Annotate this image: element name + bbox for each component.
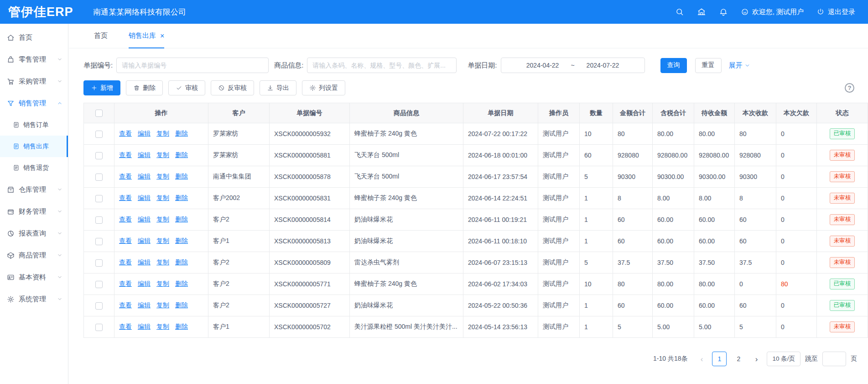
- sidebar-item-finance[interactable]: 财务管理: [0, 200, 68, 222]
- page-number-1[interactable]: 1: [712, 352, 727, 366]
- home-icon[interactable]: [697, 7, 706, 16]
- copy-link[interactable]: 复制: [156, 216, 169, 223]
- delete-link[interactable]: 删除: [175, 323, 188, 330]
- delete-link[interactable]: 删除: [175, 194, 188, 201]
- row-checkbox[interactable]: [95, 324, 103, 331]
- sidebar-item-system[interactable]: 系统管理: [0, 288, 68, 310]
- row-checkbox[interactable]: [95, 152, 103, 159]
- table-header-row: 操作 客户 单据编号 商品信息 单据日期 操作员 数量 金额合计 含税合计 待收…: [84, 103, 868, 123]
- delete-link[interactable]: 删除: [175, 258, 188, 266]
- copy-link[interactable]: 复制: [156, 130, 169, 137]
- add-button[interactable]: 新增: [83, 80, 120, 95]
- ops-cell: 查看编辑复制删除: [114, 295, 208, 316]
- sidebar-item-reports[interactable]: 报表查询: [0, 222, 68, 244]
- edit-link[interactable]: 编辑: [138, 194, 151, 201]
- view-link[interactable]: 查看: [119, 258, 132, 266]
- row-checkbox[interactable]: [95, 131, 103, 138]
- row-checkbox[interactable]: [95, 281, 103, 288]
- sidebar-item-home[interactable]: 首页: [0, 26, 68, 48]
- row-checkbox[interactable]: [95, 216, 103, 224]
- view-link[interactable]: 查看: [119, 280, 132, 287]
- delete-link[interactable]: 删除: [175, 173, 188, 180]
- delete-link[interactable]: 删除: [175, 280, 188, 287]
- welcome-user[interactable]: 欢迎您, 测试用户: [741, 8, 804, 16]
- delete-button[interactable]: 删除: [126, 80, 163, 95]
- expand-toggle[interactable]: 展开: [729, 61, 750, 70]
- sidebar-item-warehouse[interactable]: 仓库管理: [0, 179, 68, 200]
- col-header-ops: 操作: [114, 103, 208, 123]
- close-icon[interactable]: ×: [160, 32, 164, 40]
- delete-label: 删除: [143, 84, 156, 92]
- prev-page-button[interactable]: ‹: [696, 355, 707, 363]
- row-checkbox[interactable]: [95, 302, 103, 310]
- view-link[interactable]: 查看: [119, 194, 132, 201]
- sidebar-item-basic-data[interactable]: 基本资料: [0, 266, 68, 288]
- page-number-2[interactable]: 2: [731, 352, 746, 366]
- edit-link[interactable]: 编辑: [138, 173, 151, 180]
- table-body: 查看编辑复制删除罗莱家纺XSCK00000005932蜂蜜柚子茶 240g 黄色…: [84, 123, 868, 338]
- row-checkbox[interactable]: [95, 259, 103, 267]
- delete-link[interactable]: 删除: [175, 151, 188, 158]
- sidebar-item-products[interactable]: 商品管理: [0, 244, 68, 266]
- copy-link[interactable]: 复制: [156, 194, 169, 201]
- select-all-checkbox[interactable]: [95, 110, 103, 117]
- edit-link[interactable]: 编辑: [138, 258, 151, 266]
- sidebar-item-purchase[interactable]: 采购管理: [0, 70, 68, 92]
- edit-link[interactable]: 编辑: [138, 130, 151, 137]
- view-link[interactable]: 查看: [119, 130, 132, 137]
- doc-icon: [13, 143, 20, 150]
- delete-link[interactable]: 删除: [175, 216, 188, 223]
- copy-link[interactable]: 复制: [156, 237, 169, 244]
- copy-link[interactable]: 复制: [156, 173, 169, 180]
- view-link[interactable]: 查看: [119, 323, 132, 330]
- edit-link[interactable]: 编辑: [138, 301, 151, 309]
- delete-link[interactable]: 删除: [175, 301, 188, 309]
- unaudit-button[interactable]: 反审核: [211, 80, 254, 95]
- column-settings-button[interactable]: 列设置: [302, 80, 345, 95]
- sidebar-item-sales-outbound[interactable]: 销售出库: [0, 136, 68, 157]
- copy-link[interactable]: 复制: [156, 151, 169, 158]
- next-page-button[interactable]: ›: [750, 355, 762, 363]
- sidebar-item-label: 销售管理: [19, 99, 46, 108]
- export-button[interactable]: 导出: [260, 80, 296, 95]
- copy-link[interactable]: 复制: [156, 280, 169, 287]
- sidebar-item-sales[interactable]: 销售管理: [0, 92, 68, 114]
- audit-button[interactable]: 审核: [168, 80, 205, 95]
- help-icon[interactable]: ?: [845, 83, 854, 93]
- tab-sales-outbound[interactable]: 销售出库 ×: [129, 24, 164, 48]
- view-link[interactable]: 查看: [119, 151, 132, 158]
- page-size-select[interactable]: 10 条/页: [767, 352, 800, 366]
- reset-button[interactable]: 重置: [695, 58, 722, 73]
- sidebar-item-label: 销售出库: [23, 142, 49, 151]
- sidebar-item-retail[interactable]: 零售管理: [0, 48, 68, 70]
- search-icon[interactable]: [675, 7, 684, 16]
- view-link[interactable]: 查看: [119, 301, 132, 309]
- row-checkbox[interactable]: [95, 174, 103, 181]
- search-button[interactable]: 查询: [660, 58, 687, 73]
- edit-link[interactable]: 编辑: [138, 216, 151, 223]
- copy-link[interactable]: 复制: [156, 301, 169, 309]
- logout-button[interactable]: 退出登录: [816, 8, 855, 16]
- copy-link[interactable]: 复制: [156, 258, 169, 266]
- row-checkbox[interactable]: [95, 238, 103, 245]
- row-checkbox[interactable]: [95, 195, 103, 202]
- tab-home[interactable]: 首页: [94, 24, 108, 48]
- edit-link[interactable]: 编辑: [138, 280, 151, 287]
- bill-no-input[interactable]: [116, 58, 269, 73]
- sidebar-item-sales-order[interactable]: 销售订单: [0, 114, 68, 136]
- edit-link[interactable]: 编辑: [138, 237, 151, 244]
- view-link[interactable]: 查看: [119, 216, 132, 223]
- view-link[interactable]: 查看: [119, 173, 132, 180]
- view-link[interactable]: 查看: [119, 237, 132, 244]
- delete-link[interactable]: 删除: [175, 130, 188, 137]
- jump-page-input[interactable]: [822, 352, 846, 366]
- date-range-picker[interactable]: 2024-04-22 ~ 2024-07-22: [501, 58, 645, 73]
- delete-link[interactable]: 删除: [175, 237, 188, 244]
- bell-icon[interactable]: [719, 7, 728, 16]
- product-input[interactable]: [307, 58, 457, 73]
- edit-link[interactable]: 编辑: [138, 323, 151, 330]
- copy-link[interactable]: 复制: [156, 323, 169, 330]
- sidebar-item-sales-return[interactable]: 销售退货: [0, 157, 68, 179]
- receivable-cell: 60.00: [694, 231, 735, 252]
- edit-link[interactable]: 编辑: [138, 151, 151, 158]
